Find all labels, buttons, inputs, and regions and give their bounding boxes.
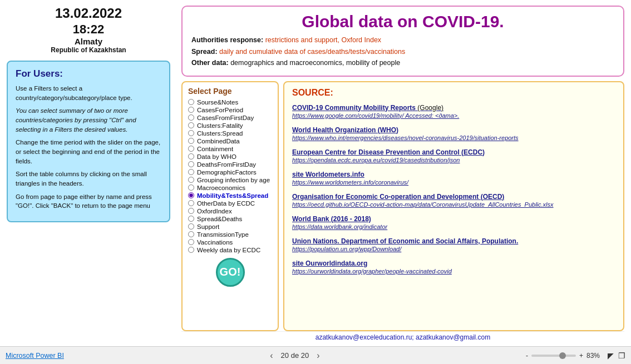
- authorities-val: restrictions and support, Oxford Index: [265, 36, 381, 44]
- radio-item[interactable]: Spread&Deaths: [188, 216, 272, 222]
- radio-label: Weekly data by ECDC: [197, 247, 260, 253]
- source-name[interactable]: COVID-19 Community Mobility Reports (Goo…: [292, 104, 443, 112]
- radio-label: TransmissionType: [197, 231, 249, 238]
- authorities-label: Authorities response:: [191, 36, 263, 44]
- source-name[interactable]: World Bank (2016 - 2018): [292, 215, 371, 223]
- radio-input[interactable]: [188, 177, 194, 183]
- date-time-block: 13.02.2022 18:22 Almaty Republic of Kaza…: [7, 6, 170, 54]
- source-url[interactable]: https://www.worldometers.info/coronaviru…: [292, 179, 615, 186]
- radio-item[interactable]: CasesFromFirstDay: [188, 114, 272, 121]
- radio-label: OtherData by ECDC: [197, 200, 255, 207]
- radio-input[interactable]: [188, 239, 194, 245]
- zoom-minus[interactable]: -: [526, 352, 528, 360]
- source-url[interactable]: https://data.worldbank.org/indicator: [292, 223, 615, 230]
- for-users-p2: You can select summary of two or more co…: [16, 106, 161, 134]
- radio-label: CasesForPeriod: [197, 107, 243, 113]
- radio-input[interactable]: [188, 216, 194, 222]
- radio-label: CasesFromFirstDay: [197, 114, 254, 121]
- source-name[interactable]: World Health Organization (WHO): [292, 126, 398, 134]
- radio-item[interactable]: Macroeconomics: [188, 185, 272, 191]
- next-page-arrow[interactable]: ›: [317, 351, 319, 361]
- radio-input[interactable]: [188, 161, 194, 167]
- radio-input[interactable]: [188, 107, 194, 113]
- radio-item[interactable]: CasesForPeriod: [188, 107, 272, 113]
- radio-item[interactable]: Data by WHO: [188, 153, 272, 160]
- radio-input[interactable]: [188, 114, 194, 121]
- radio-input[interactable]: [188, 208, 194, 214]
- source-url[interactable]: https://opendata.ecdc.europa.eu/covid19/…: [292, 157, 615, 163]
- authorities-line: Authorities response: restrictions and s…: [191, 36, 614, 46]
- radio-input[interactable]: [188, 130, 194, 136]
- radio-label: Data by WHO: [197, 153, 236, 160]
- email-bar: azatkukanov@exceleducation.ru; azatkukan…: [181, 331, 624, 343]
- other-line: Other data: demographics and macroeconom…: [191, 58, 614, 68]
- for-users-title: For Users:: [16, 68, 161, 79]
- radio-input[interactable]: [188, 247, 194, 253]
- radio-label: Mobility&Tests&Spread: [197, 192, 268, 199]
- radio-item[interactable]: DeathsFromFirstDay: [188, 161, 272, 168]
- zoom-plus[interactable]: +: [579, 352, 583, 360]
- radio-item[interactable]: Containment: [188, 146, 272, 152]
- for-users-p5: Go from page to page either by name and …: [16, 192, 161, 211]
- radio-item[interactable]: DemographicFactors: [188, 169, 272, 176]
- source-name[interactable]: Organisation for Economic Co-operation a…: [292, 193, 504, 201]
- radio-item[interactable]: OtherData by ECDC: [188, 200, 272, 207]
- zoom-thumb: [559, 352, 566, 359]
- page-radio-list: Sourse&NotesCasesForPeriodCasesFromFirst…: [188, 99, 272, 253]
- source-name[interactable]: Union Nations. Department of Economic an…: [292, 237, 518, 245]
- go-button[interactable]: GO!: [216, 258, 245, 287]
- radio-item[interactable]: Clusters:Spread: [188, 130, 272, 137]
- radio-input[interactable]: [188, 138, 194, 144]
- source-url[interactable]: https://www.who.int/emergencies/diseases…: [292, 134, 615, 141]
- date-display: 13.02.2022: [7, 6, 170, 21]
- radio-input[interactable]: [188, 200, 194, 206]
- fit-page-icon[interactable]: ◤: [608, 351, 614, 360]
- source-url[interactable]: https://www.google.com/covid19/mobility/…: [292, 112, 615, 119]
- radio-input[interactable]: [188, 122, 194, 128]
- radio-label: Support: [197, 223, 219, 230]
- radio-input[interactable]: [188, 99, 194, 105]
- source-box: SOURCE: COVID-19 Community Mobility Repo…: [283, 81, 624, 332]
- radio-input[interactable]: [188, 169, 194, 175]
- radio-item[interactable]: Mobility&Tests&Spread: [188, 192, 272, 199]
- radio-item[interactable]: Support: [188, 223, 272, 230]
- radio-item[interactable]: Grouping infection by age: [188, 177, 272, 183]
- radio-input[interactable]: [188, 223, 194, 230]
- source-title: SOURCE:: [292, 88, 615, 98]
- radio-item[interactable]: Sourse&Notes: [188, 99, 272, 106]
- fullscreen-icon[interactable]: ❐: [618, 351, 625, 360]
- radio-label: Clusters:Fatality: [197, 122, 243, 129]
- source-name[interactable]: European Centre for Disease Prevention a…: [292, 148, 485, 156]
- radio-input[interactable]: [188, 192, 194, 198]
- select-page-title: Select Page: [188, 87, 272, 96]
- radio-item[interactable]: Vaccinations: [188, 239, 272, 246]
- radio-item[interactable]: TransmissionType: [188, 231, 272, 238]
- source-url[interactable]: https://oecd.github.io/OECD-covid-action…: [292, 201, 615, 208]
- radio-input[interactable]: [188, 185, 194, 191]
- powerbi-link[interactable]: Microsoft Power BI: [6, 352, 64, 360]
- source-url[interactable]: https://population.un.org/wpp/Download/: [292, 246, 615, 252]
- select-page-box: Select Page Sourse&NotesCasesForPeriodCa…: [181, 81, 279, 332]
- radio-item[interactable]: OxfordIndex: [188, 208, 272, 215]
- source-entry: site Ourworldindata.orghttps://ourworldi…: [292, 258, 615, 275]
- radio-label: Grouping infection by age: [197, 177, 270, 183]
- source-url[interactable]: https://ourworldindata.org/grapher/peopl…: [292, 268, 615, 275]
- radio-input[interactable]: [188, 153, 194, 159]
- radio-item[interactable]: CombinedData: [188, 138, 272, 144]
- zoom-track[interactable]: [531, 355, 576, 357]
- other-val: demographics and macroeconomics, mobilit…: [230, 59, 400, 67]
- radio-input[interactable]: [188, 231, 194, 237]
- radio-label: DemographicFactors: [197, 169, 257, 176]
- source-name[interactable]: site Ourworldindata.org: [292, 260, 367, 267]
- spread-val: daily and cumulative data of cases/death…: [219, 48, 405, 56]
- source-entry: World Health Organization (WHO)https://w…: [292, 124, 615, 141]
- zoom-icons: ◤ ❐: [608, 351, 625, 360]
- prev-page-arrow[interactable]: ‹: [270, 351, 273, 361]
- spread-line: Spread: daily and cumulative data of cas…: [191, 47, 614, 57]
- page-indicator: 20 de 20: [281, 351, 309, 360]
- right-panel: Global data on COVID-19. Authorities res…: [177, 0, 631, 346]
- radio-item[interactable]: Clusters:Fatality: [188, 122, 272, 129]
- radio-input[interactable]: [188, 146, 194, 152]
- source-name[interactable]: site Worldometers.info: [292, 171, 364, 178]
- radio-item[interactable]: Weekly data by ECDC: [188, 247, 272, 253]
